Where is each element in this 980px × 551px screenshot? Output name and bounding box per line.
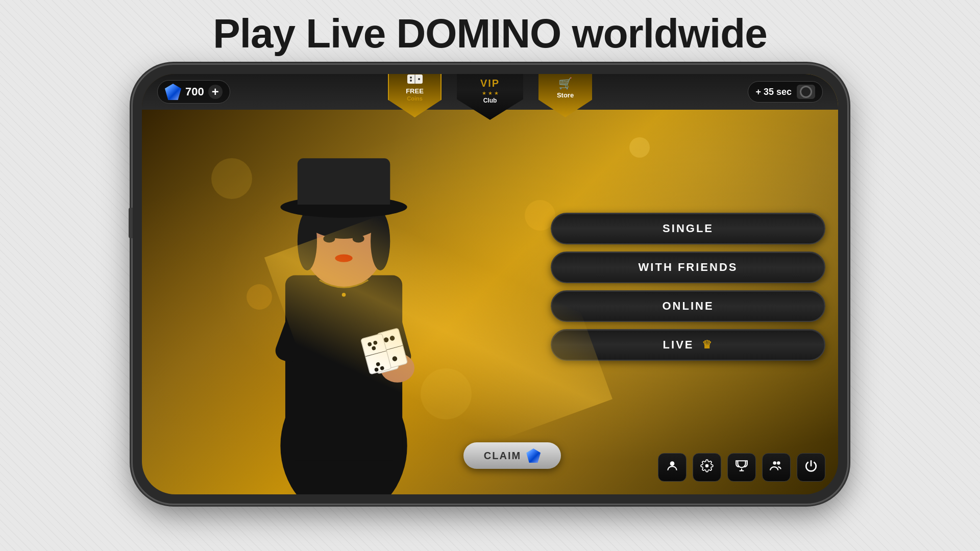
character-area: CLAIM — [142, 110, 546, 494]
live-label: LIVE — [663, 338, 694, 352]
menu-buttons: SINGLE WITH FRIENDS ONLINE LIVE ♛ — [551, 120, 825, 453]
power-icon — [804, 459, 818, 475]
store-badge[interactable]: 🛒 Store — [538, 74, 592, 117]
add-gems-button[interactable]: + — [208, 85, 223, 99]
right-menu: SINGLE WITH FRIENDS ONLINE LIVE ♛ — [546, 110, 838, 494]
svg-rect-14 — [295, 205, 393, 214]
live-button[interactable]: LIVE ♛ — [551, 329, 825, 361]
gem-icon — [165, 84, 181, 100]
store-label: Store — [557, 92, 574, 99]
single-button[interactable]: SINGLE — [551, 213, 825, 244]
claim-btn[interactable]: CLAIM — [463, 442, 561, 469]
character-svg — [142, 129, 546, 494]
page-title: Play Live DOMINO worldwide — [213, 10, 767, 57]
svg-point-16 — [353, 235, 364, 242]
phone-frame: 700 + — [133, 65, 847, 504]
claim-label: CLAIM — [484, 450, 521, 462]
svg-point-38 — [342, 293, 346, 297]
svg-point-2 — [410, 77, 412, 79]
svg-rect-13 — [298, 158, 390, 212]
vip-crown-icon: ♛ — [484, 74, 496, 78]
single-label: SINGLE — [663, 222, 714, 235]
with-friends-button[interactable]: WITH FRIENDS — [551, 252, 825, 283]
svg-point-39 — [670, 461, 675, 466]
svg-point-3 — [410, 80, 412, 82]
main-content: CLAIM SINGLE WITH FRIENDS ONLINE — [142, 110, 838, 494]
svg-point-4 — [418, 78, 420, 80]
vip-stars-row: ★ ★ ★ — [482, 90, 499, 96]
live-crown-icon: ♛ — [702, 338, 714, 352]
svg-point-11 — [371, 212, 390, 270]
settings-button[interactable] — [693, 453, 721, 482]
svg-point-15 — [323, 235, 335, 242]
coins-sublabel: Coins — [407, 95, 423, 102]
time-label: + 35 sec — [755, 87, 792, 97]
svg-point-40 — [705, 464, 709, 468]
gem-count-label: 700 — [185, 85, 204, 98]
top-center-badges: FREE Coins ♛ VIP ★ ★ ★ Club — [388, 74, 592, 110]
gem-counter[interactable]: 700 + — [157, 80, 230, 104]
svg-point-17 — [335, 254, 352, 262]
settings-icon — [700, 459, 714, 475]
online-button[interactable]: ONLINE — [551, 290, 825, 322]
camera-icon — [797, 85, 815, 99]
gem-claim-icon — [526, 448, 541, 463]
claim-button[interactable]: CLAIM — [463, 442, 561, 469]
store-cart-icon: 🛒 — [558, 77, 572, 90]
svg-point-41 — [773, 461, 776, 465]
vip-label: VIP — [480, 78, 500, 89]
online-label: ONLINE — [662, 299, 714, 313]
free-coins-badge[interactable]: FREE Coins — [388, 74, 442, 117]
store-shield: 🛒 Store — [538, 74, 592, 117]
free-label: FREE — [406, 88, 424, 95]
profile-icon — [666, 459, 679, 475]
vip-shield: ♛ VIP ★ ★ ★ Club — [457, 74, 523, 120]
top-bar: 700 + — [142, 74, 838, 110]
group-icon — [770, 459, 783, 475]
vip-club-label: Club — [483, 97, 497, 104]
vip-club-badge[interactable]: ♛ VIP ★ ★ ★ Club — [457, 74, 523, 120]
svg-point-42 — [777, 461, 780, 465]
free-coins-shield: FREE Coins — [388, 74, 442, 117]
with-friends-label: WITH FRIENDS — [639, 261, 738, 274]
trophy-icon — [735, 459, 748, 475]
group-button[interactable] — [762, 453, 791, 482]
phone-screen: 700 + — [142, 74, 838, 494]
trophy-button[interactable] — [727, 453, 756, 482]
profile-button[interactable] — [658, 453, 687, 482]
domino-mini-icon — [407, 74, 423, 86]
svg-point-10 — [298, 212, 317, 270]
time-counter[interactable]: + 35 sec — [748, 81, 823, 103]
bottom-action-bar — [551, 453, 825, 484]
power-button[interactable] — [797, 453, 825, 482]
